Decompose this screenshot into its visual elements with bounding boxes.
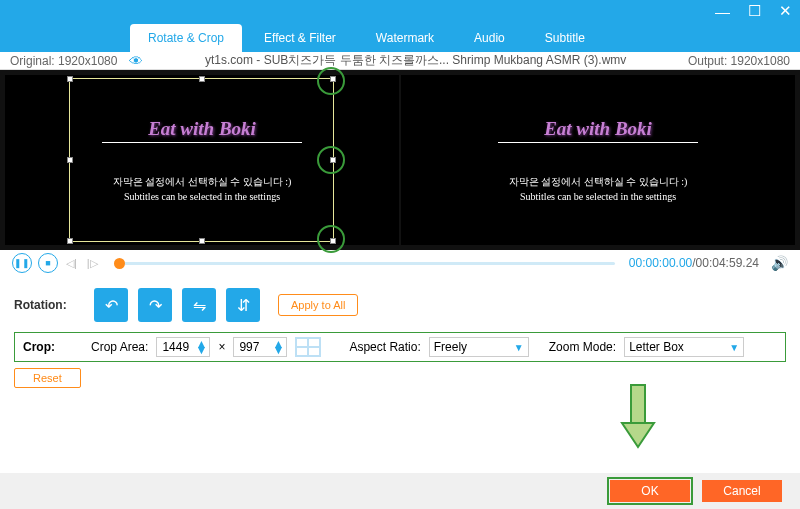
controls-panel: Rotation: ↶ ↷ ⇋ ⇵ Apply to All Crop: Cro… xyxy=(0,276,800,400)
annotation-circle xyxy=(317,225,345,253)
crop-width-input[interactable]: 1449▲▼ xyxy=(156,337,210,357)
original-size-label: Original: 1920x1080 xyxy=(10,54,117,68)
eye-icon[interactable]: 👁 xyxy=(129,53,143,69)
tab-effect-filter[interactable]: Effect & Filter xyxy=(246,24,354,52)
tab-rotate-crop[interactable]: Rotate & Crop xyxy=(130,24,242,52)
video-title-overlay: Eat with Boki xyxy=(544,118,652,140)
filename-label: yt1s.com - SUB치즈가득 두툼한 치즈롤까스... Shrimp M… xyxy=(143,52,687,69)
video-subtitle-1: 자막은 설정에서 선택하실 수 있습니다 :) xyxy=(509,175,688,189)
zoom-mode-label: Zoom Mode: xyxy=(549,340,616,354)
preview-output: Eat with Boki 자막은 설정에서 선택하실 수 있습니다 :) Su… xyxy=(401,75,795,245)
title-underline xyxy=(498,142,698,143)
chevron-down-icon: ▼ xyxy=(729,342,739,353)
time-display: 00:00:00.00/00:04:59.24 xyxy=(629,256,759,270)
ok-button[interactable]: OK xyxy=(610,480,690,502)
seek-slider[interactable] xyxy=(114,262,615,265)
crop-area-label: Crop Area: xyxy=(91,340,148,354)
tab-audio[interactable]: Audio xyxy=(456,24,523,52)
crop-handle[interactable] xyxy=(67,157,73,163)
total-time: 00:04:59.24 xyxy=(696,256,759,270)
maximize-button[interactable]: ☐ xyxy=(748,2,761,20)
aspect-ratio-select[interactable]: Freely▼ xyxy=(429,337,529,357)
flip-horizontal-button[interactable]: ⇋ xyxy=(182,288,216,322)
aspect-ratio-label: Aspect Ratio: xyxy=(349,340,420,354)
prev-frame-button[interactable]: ◁| xyxy=(64,257,79,270)
tab-bar: Rotate & Crop Effect & Filter Watermark … xyxy=(0,22,800,52)
preview-area: Eat with Boki 자막은 설정에서 선택하실 수 있습니다 :) Su… xyxy=(0,70,800,250)
preview-source[interactable]: Eat with Boki 자막은 설정에서 선택하실 수 있습니다 :) Su… xyxy=(5,75,399,245)
stop-button[interactable]: ■ xyxy=(38,253,58,273)
chevron-down-icon: ▼ xyxy=(514,342,524,353)
crop-handle[interactable] xyxy=(67,76,73,82)
crop-selection[interactable] xyxy=(69,78,334,242)
cancel-button[interactable]: Cancel xyxy=(702,480,782,502)
volume-icon[interactable]: 🔊 xyxy=(771,255,788,271)
playback-bar: ❚❚ ■ ◁| |▷ 00:00:00.00/00:04:59.24 🔊 xyxy=(0,250,800,276)
video-subtitle-2: Subtitles can be selected in the setting… xyxy=(520,191,676,202)
multiply-label: × xyxy=(218,340,225,354)
annotation-arrow-icon xyxy=(616,383,660,453)
current-time: 00:00:00.00 xyxy=(629,256,692,270)
seek-thumb[interactable] xyxy=(114,258,125,269)
crop-grid-button[interactable] xyxy=(295,337,321,357)
crop-height-input[interactable]: 997▲▼ xyxy=(233,337,287,357)
info-bar: Original: 1920x1080 👁 yt1s.com - SUB치즈가득… xyxy=(0,52,800,70)
window-titlebar: — ☐ ✕ xyxy=(0,0,800,22)
tab-watermark[interactable]: Watermark xyxy=(358,24,452,52)
reset-button[interactable]: Reset xyxy=(14,368,81,388)
apply-to-all-button[interactable]: Apply to All xyxy=(278,294,358,316)
close-button[interactable]: ✕ xyxy=(779,2,792,20)
crop-handle[interactable] xyxy=(67,238,73,244)
crop-handle[interactable] xyxy=(199,76,205,82)
pause-button[interactable]: ❚❚ xyxy=(12,253,32,273)
spinner-icon[interactable]: ▲▼ xyxy=(195,341,207,353)
minimize-button[interactable]: — xyxy=(715,3,730,20)
crop-controls: Crop: Crop Area: 1449▲▼ × 997▲▼ Aspect R… xyxy=(14,332,786,362)
tab-subtitle[interactable]: Subtitle xyxy=(527,24,603,52)
zoom-mode-select[interactable]: Letter Box▼ xyxy=(624,337,744,357)
spinner-icon[interactable]: ▲▼ xyxy=(273,341,285,353)
rotate-right-button[interactable]: ↷ xyxy=(138,288,172,322)
crop-handle[interactable] xyxy=(199,238,205,244)
crop-label: Crop: xyxy=(23,340,83,354)
annotation-circle xyxy=(317,146,345,174)
svg-marker-1 xyxy=(622,423,654,447)
svg-rect-0 xyxy=(631,385,645,423)
footer-bar: OK Cancel xyxy=(0,473,800,509)
output-size-label: Output: 1920x1080 xyxy=(688,54,790,68)
rotation-label: Rotation: xyxy=(14,298,94,312)
flip-vertical-button[interactable]: ⇵ xyxy=(226,288,260,322)
rotate-left-button[interactable]: ↶ xyxy=(94,288,128,322)
next-frame-button[interactable]: |▷ xyxy=(85,257,100,270)
annotation-circle xyxy=(317,67,345,95)
